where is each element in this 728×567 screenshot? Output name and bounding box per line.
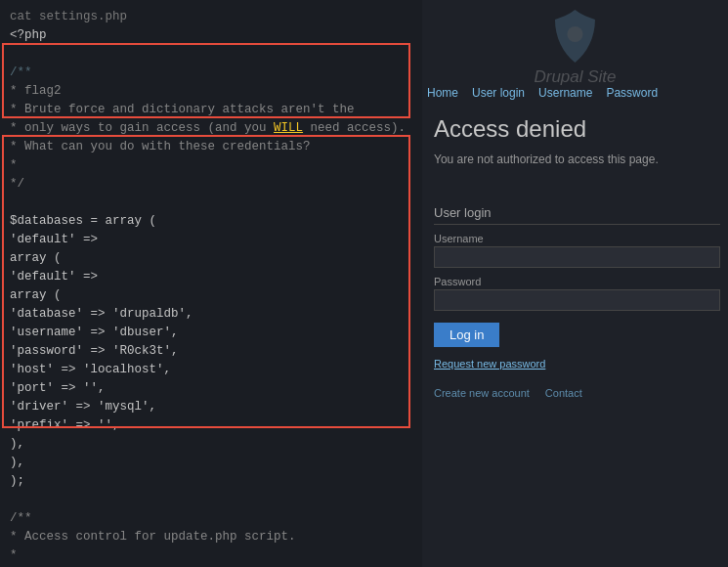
username-label: Username	[434, 233, 720, 244]
access-denied-text: You are not authorized to access this pa…	[434, 151, 720, 168]
svg-point-0	[567, 26, 582, 42]
code-line-21: 'port' => '',	[10, 379, 412, 398]
nav-contact[interactable]: Contact	[545, 387, 582, 399]
code-line-23: 'prefix' => '',	[10, 416, 412, 435]
drupal-watermark: Drupal Site	[534, 10, 616, 87]
code-line-6: * Brute force and dictionary attacks are…	[10, 101, 412, 119]
password-label: Password	[434, 276, 720, 287]
code-line-5: * flag2	[10, 82, 412, 101]
code-line-3	[10, 45, 412, 64]
code-line-9: *	[10, 156, 412, 175]
request-new-password-link[interactable]: Request new password	[434, 358, 545, 370]
drupal-logo-icon	[553, 10, 597, 64]
code-line-8: * What can you do with these credentials…	[10, 138, 412, 156]
code-panel: cat settings.php <?php /** * flag2 * Bru…	[0, 0, 422, 567]
nav-user-login[interactable]: User login	[472, 86, 525, 100]
nav-password[interactable]: Password	[606, 86, 658, 100]
code-line-11	[10, 194, 412, 212]
code-line-10: */	[10, 175, 412, 194]
code-line-30: *	[10, 546, 412, 565]
code-line-13: 'default' =>	[10, 231, 412, 249]
nav-username[interactable]: Username	[538, 86, 592, 100]
password-input[interactable]	[434, 289, 720, 311]
code-line-17: 'database' => 'drupaldb',	[10, 305, 412, 324]
code-line-27	[10, 491, 412, 509]
login-form: User login Username Password Log in Requ…	[434, 205, 720, 399]
code-line-12: $databases = array (	[10, 212, 412, 231]
login-button[interactable]: Log in	[434, 323, 499, 347]
code-line-25: ),	[10, 454, 412, 472]
code-line-22: 'driver' => 'mysql',	[10, 398, 412, 416]
code-line-4: /**	[10, 64, 412, 82]
code-line-26: );	[10, 472, 412, 491]
access-denied-section: Access denied You are not authorized to …	[434, 115, 720, 168]
code-line-7: * only ways to gain access (and you WILL…	[10, 119, 412, 138]
code-line-20: 'host' => 'localhost',	[10, 361, 412, 379]
code-line-16: array (	[10, 286, 412, 305]
access-denied-title: Access denied	[434, 115, 720, 143]
code-line-19: 'password' => 'R0ck3t',	[10, 342, 412, 361]
drupal-site-label: Drupal Site	[534, 67, 616, 87]
nav-home[interactable]: Home	[427, 86, 458, 100]
code-line-28: /**	[10, 509, 412, 528]
username-input[interactable]	[434, 246, 720, 268]
code-line-1: cat settings.php	[10, 8, 412, 26]
code-line-24: ),	[10, 435, 412, 454]
drupal-nav: Home User login Username Password	[427, 86, 723, 100]
code-line-18: 'username' => 'dbuser',	[10, 324, 412, 342]
user-login-heading: User login	[434, 205, 720, 225]
code-line-15: 'default' =>	[10, 268, 412, 286]
code-line-14: array (	[10, 249, 412, 268]
nav-create-account[interactable]: Create new account	[434, 387, 530, 399]
code-line-2: <?php	[10, 26, 412, 45]
code-line-29: * Access control for update.php script.	[10, 528, 412, 546]
right-panel: Drupal Site Home User login Username Pas…	[422, 0, 728, 567]
